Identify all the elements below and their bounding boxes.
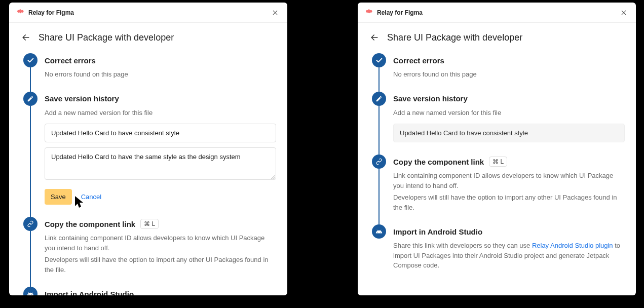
step-subtitle: Link containing component ID allows deve… — [393, 171, 625, 190]
step-copy-link: Copy the component link ⌘ L Link contain… — [20, 217, 276, 287]
step-import-android: Import in Android Studio Share this link… — [369, 224, 625, 271]
version-name-readonly: Updated Hello Card to have consistent st… — [393, 124, 625, 142]
step-title: Import in Android Studio — [393, 227, 482, 236]
close-button[interactable] — [619, 8, 629, 18]
step-subtitle: Share this link with developers so they … — [393, 241, 625, 271]
save-button[interactable]: Save — [45, 189, 72, 205]
cancel-button[interactable]: Cancel — [81, 193, 101, 201]
keyboard-shortcut-badge: ⌘ L — [140, 219, 159, 229]
dialog-share-saved: Relay for Figma Share UI Package with de… — [358, 3, 636, 295]
step-subtitle: No errors found on this page — [45, 69, 276, 80]
step-title: Save version history — [393, 94, 468, 103]
app-title: Relay for Figma — [377, 9, 619, 16]
page-header: Share UI Package with developer — [358, 23, 636, 50]
back-button[interactable] — [369, 32, 380, 43]
step-title: Copy the component link — [393, 158, 484, 166]
step-title: Correct errors — [393, 56, 444, 65]
check-icon — [372, 53, 386, 67]
step-import-android: Import in Android Studio Share this link… — [20, 287, 276, 295]
relay-logo-icon — [16, 9, 24, 17]
step-title: Save version history — [45, 94, 119, 103]
step-subtitle: Link containing component ID allows deve… — [45, 233, 276, 253]
keyboard-shortcut-badge: ⌘ L — [489, 157, 507, 167]
titlebar: Relay for Figma — [358, 3, 636, 23]
step-subtitle: Add a new named version for this file — [393, 108, 625, 118]
android-icon — [372, 224, 386, 239]
titlebar: Relay for Figma — [9, 3, 287, 23]
step-title: Copy the component link — [45, 220, 135, 228]
step-title: Import in Android Studio — [45, 290, 134, 296]
page-header: Share UI Package with developer — [9, 23, 287, 50]
dialog-share-editing: Relay for Figma Share UI Package with de… — [9, 3, 287, 295]
close-icon — [272, 9, 279, 16]
close-icon — [620, 9, 627, 16]
arrow-left-icon — [369, 32, 380, 43]
pencil-icon — [23, 92, 37, 106]
step-title: Correct errors — [45, 56, 96, 65]
step-save-version: Save version history Add a new named ver… — [369, 92, 625, 155]
step-subtitle: Developers will still have the option to… — [393, 192, 625, 212]
version-description-textarea[interactable] — [45, 147, 276, 180]
step-subtitle: Add a new named version for this file — [45, 108, 276, 118]
close-button[interactable] — [270, 8, 280, 18]
page-title: Share UI Package with developer — [387, 32, 522, 43]
relay-logo-icon — [365, 9, 373, 17]
version-name-input[interactable] — [45, 124, 276, 142]
steps-list: Correct errors No errors found on this p… — [9, 50, 287, 295]
relay-plugin-link[interactable]: Relay Android Studio plugin — [532, 242, 613, 249]
step-copy-link: Copy the component link ⌘ L Link contain… — [369, 155, 625, 224]
link-icon — [372, 155, 386, 169]
arrow-left-icon — [21, 32, 31, 43]
pencil-icon — [372, 92, 386, 106]
steps-list: Correct errors No errors found on this p… — [358, 50, 636, 271]
link-icon — [23, 217, 37, 231]
android-icon — [23, 287, 37, 295]
step-correct-errors: Correct errors No errors found on this p… — [369, 53, 625, 92]
step-subtitle: Developers will still have the option to… — [45, 255, 276, 275]
app-title: Relay for Figma — [28, 9, 270, 16]
check-icon — [23, 53, 37, 67]
page-title: Share UI Package with developer — [39, 32, 174, 43]
back-button[interactable] — [20, 32, 31, 43]
step-subtitle: No errors found on this page — [393, 69, 625, 80]
step-save-version: Save version history Add a new named ver… — [20, 92, 276, 217]
step-correct-errors: Correct errors No errors found on this p… — [20, 53, 276, 92]
